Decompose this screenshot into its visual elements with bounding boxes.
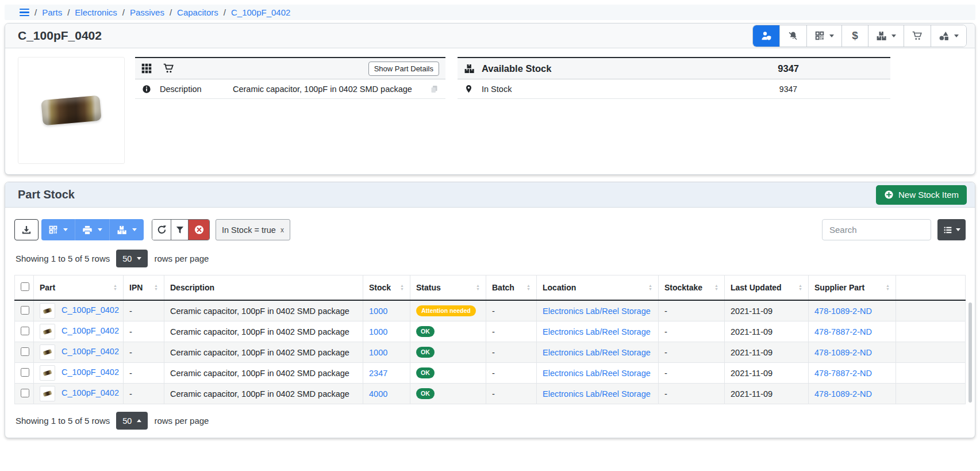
order-button[interactable] xyxy=(904,25,931,47)
stock-link[interactable]: 1000 xyxy=(369,327,387,336)
col-header-batch[interactable]: Batch xyxy=(486,275,537,301)
stock-link[interactable]: 2347 xyxy=(369,369,387,378)
stock-link[interactable]: 1000 xyxy=(369,348,387,357)
description-cell: Ceramic capacitor, 100pF in 0402 SMD pac… xyxy=(164,300,363,321)
sort-icon xyxy=(154,284,158,291)
breadcrumb-link-passives[interactable]: Passives xyxy=(130,7,164,17)
admin-button[interactable] xyxy=(753,25,779,47)
menu-icon[interactable] xyxy=(20,9,29,17)
table-row: C_100pF_0402 - Ceramic capacitor, 100pF … xyxy=(15,384,966,404)
stock-options-button[interactable] xyxy=(109,219,144,240)
table-row: C_100pF_0402 - Ceramic capacitor, 100pF … xyxy=(15,321,966,342)
row-checkbox[interactable] xyxy=(21,368,29,377)
clear-filter-icon xyxy=(194,224,205,235)
stock-table-toolbar: In Stock = true x xyxy=(14,219,966,240)
page-size-value: 50 xyxy=(122,416,132,426)
part-thumbnail xyxy=(40,386,55,401)
page-size-value: 50 xyxy=(122,254,132,263)
page-size-dropdown[interactable]: 50 xyxy=(116,412,148,430)
chevron-down-icon xyxy=(954,35,959,37)
supplier-part-link[interactable]: 478-1089-2-ND xyxy=(814,348,872,357)
stock-table: Part IPN Description Stock Status Batch … xyxy=(14,275,966,404)
unsubscribe-button[interactable] xyxy=(779,25,806,47)
table-row: C_100pF_0402 - Ceramic capacitor, 100pF … xyxy=(15,363,966,384)
refresh-button[interactable] xyxy=(152,220,171,240)
search-input[interactable] xyxy=(822,219,931,240)
part-link[interactable]: C_100pF_0402 xyxy=(62,347,119,356)
col-header-stocktake[interactable]: Stocktake xyxy=(659,275,725,301)
row-checkbox[interactable] xyxy=(21,347,29,356)
breadcrumb-separator: / xyxy=(224,7,226,17)
batch-cell: - xyxy=(486,363,537,384)
col-header-ipn[interactable]: IPN xyxy=(124,275,164,301)
breadcrumb-separator: / xyxy=(170,7,172,17)
filter-chip[interactable]: In Stock = true x xyxy=(216,219,290,240)
breadcrumb-link-parts[interactable]: Parts xyxy=(42,7,62,17)
chevron-down-icon xyxy=(956,228,960,231)
qrcode-icon xyxy=(48,225,58,235)
col-header-supplier-part[interactable]: Supplier Part xyxy=(809,275,896,301)
chevron-down-icon xyxy=(829,35,834,37)
copy-icon[interactable] xyxy=(430,85,439,94)
part-actions-button[interactable] xyxy=(931,25,966,47)
print-button[interactable] xyxy=(75,219,109,240)
location-link[interactable]: Electronics Lab/Reel Storage xyxy=(543,348,651,357)
location-link[interactable]: Electronics Lab/Reel Storage xyxy=(543,307,651,316)
table-scrollbar[interactable] xyxy=(969,302,972,403)
row-checkbox[interactable] xyxy=(21,306,29,315)
clear-filters-button[interactable] xyxy=(188,220,209,240)
supplier-part-link[interactable]: 478-7887-2-ND xyxy=(814,369,872,378)
row-checkbox[interactable] xyxy=(21,327,29,335)
part-stock-header: Part Stock New Stock Item xyxy=(5,182,975,208)
chevron-up-icon xyxy=(137,419,141,422)
in-stock-value: 9347 xyxy=(779,85,883,94)
stocktake-cell: - xyxy=(659,321,725,342)
part-title-bar: C_100pF_0402 xyxy=(5,24,975,48)
pricing-button[interactable] xyxy=(841,25,868,47)
breadcrumb-link-capacitors[interactable]: Capacitors xyxy=(177,7,218,17)
row-checkbox[interactable] xyxy=(21,389,29,397)
ipn-cell: - xyxy=(124,342,164,363)
pagination-top: Showing 1 to 5 of 5 rows 50 rows per pag… xyxy=(16,250,964,267)
show-part-details-button[interactable]: Show Part Details xyxy=(368,62,439,76)
barcode-actions-button[interactable] xyxy=(806,25,841,47)
chevron-down-icon xyxy=(63,228,68,231)
table-row: C_100pF_0402 - Ceramic capacitor, 100pF … xyxy=(15,300,966,321)
supplier-part-link[interactable]: 478-1089-2-ND xyxy=(814,307,872,316)
table-barcode-button[interactable] xyxy=(41,219,75,240)
col-header-location[interactable]: Location xyxy=(537,275,659,301)
filter-button[interactable] xyxy=(171,220,188,240)
part-image[interactable] xyxy=(18,57,125,164)
stock-link[interactable]: 4000 xyxy=(369,389,387,399)
supplier-part-link[interactable]: 478-1089-2-ND xyxy=(814,389,872,399)
part-link[interactable]: C_100pF_0402 xyxy=(62,367,119,377)
location-link[interactable]: Electronics Lab/Reel Storage xyxy=(543,327,651,336)
breadcrumb-link-electronics[interactable]: Electronics xyxy=(75,7,117,17)
location-link[interactable]: Electronics Lab/Reel Storage xyxy=(543,389,651,399)
sort-icon xyxy=(400,284,404,291)
columns-button[interactable] xyxy=(937,219,966,240)
col-header-part[interactable]: Part xyxy=(34,275,124,301)
new-stock-item-button[interactable]: New Stock Item xyxy=(876,185,967,205)
part-link[interactable]: C_100pF_0402 xyxy=(62,305,119,315)
sort-icon xyxy=(886,284,890,291)
remove-filter-icon[interactable]: x xyxy=(280,226,284,234)
part-link[interactable]: C_100pF_0402 xyxy=(62,326,119,335)
page-size-dropdown[interactable]: 50 xyxy=(116,250,148,267)
select-all-checkbox[interactable] xyxy=(21,282,29,291)
export-button[interactable] xyxy=(14,219,39,240)
last-updated-cell: 2021-11-09 xyxy=(725,384,809,404)
col-header-last-updated[interactable]: Last Updated xyxy=(725,275,809,301)
location-link[interactable]: Electronics Lab/Reel Storage xyxy=(543,369,651,378)
breadcrumb-separator: / xyxy=(122,7,125,17)
part-link[interactable]: C_100pF_0402 xyxy=(62,388,119,397)
stock-actions-button[interactable] xyxy=(868,25,904,47)
breadcrumb-link-current-part[interactable]: C_100pF_0402 xyxy=(231,7,290,17)
stock-link[interactable]: 1000 xyxy=(369,307,387,316)
chevron-down-icon xyxy=(132,228,137,231)
part-thumbnail xyxy=(40,324,55,339)
bell-slash-icon xyxy=(787,30,799,41)
col-header-stock[interactable]: Stock xyxy=(363,275,410,301)
supplier-part-link[interactable]: 478-7887-2-ND xyxy=(814,327,872,336)
col-header-status[interactable]: Status xyxy=(410,275,486,301)
